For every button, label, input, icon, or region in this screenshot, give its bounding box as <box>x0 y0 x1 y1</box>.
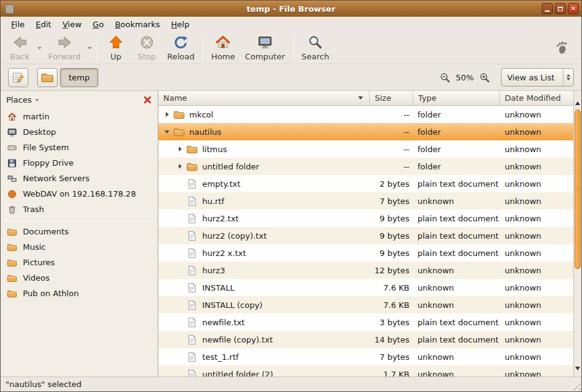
file-type: unknown <box>413 300 500 310</box>
trash-icon <box>7 205 17 215</box>
expand-arrow-icon[interactable] <box>162 112 172 117</box>
file-date-modified: unknown <box>500 335 573 344</box>
minimize-button[interactable] <box>542 3 553 14</box>
edit-location-button[interactable] <box>8 68 28 87</box>
menu-help[interactable]: Help <box>166 18 195 31</box>
sidebar-item-documents[interactable]: Documents <box>1 224 158 239</box>
file-row-install-copy[interactable]: INSTALL (copy)7.6 KBunknownunknown <box>158 296 573 313</box>
vertical-scrollbar[interactable] <box>573 91 581 377</box>
resize-grip[interactable] <box>571 381 581 391</box>
menu-view[interactable]: View <box>57 18 87 31</box>
folder-icon <box>7 289 17 299</box>
file-row-untitled-folder-2[interactable]: untitled folder (2)1.7 KBunknownunknown <box>158 365 573 377</box>
titlebar[interactable]: temp - File Browser ✕ <box>1 1 581 17</box>
forward-history-dropdown[interactable] <box>85 33 93 62</box>
forward-button[interactable]: Forward <box>43 33 85 62</box>
file-browser-window: temp - File Browser ✕ FileEditViewGoBook… <box>0 0 582 392</box>
menu-edit[interactable]: Edit <box>30 18 57 31</box>
sidebar-item-webdav-on-192-168-178-28[interactable]: WebDAV on 192.168.178.28 <box>1 186 158 202</box>
sidebar-item-label: Network Servers <box>23 174 90 183</box>
sidebar-item-pub-on-athlon[interactable]: Pub on Athlon <box>1 286 158 301</box>
column-header-type[interactable]: Type <box>413 91 500 106</box>
toolbar-separator <box>203 36 203 59</box>
edit-location-icon <box>12 71 25 84</box>
home-button[interactable]: Home <box>207 33 240 62</box>
menu-bookmarks[interactable]: Bookmarks <box>109 18 166 31</box>
file-row-litmus[interactable]: litmus--folderunknown <box>158 140 573 158</box>
back-history-dropdown[interactable] <box>35 33 43 62</box>
sidebar-item-trash[interactable]: Trash <box>1 202 158 217</box>
view-mode-selector[interactable]: View as List <box>501 68 574 87</box>
maximize-button[interactable] <box>555 3 566 14</box>
window-controls: ✕ <box>542 3 579 14</box>
file-type: folder <box>413 110 500 119</box>
back-button[interactable]: Back <box>4 33 35 62</box>
file-type: plain text document <box>413 179 500 189</box>
zoom-in-button[interactable] <box>479 72 490 83</box>
arrow-left-icon <box>12 35 28 50</box>
sidebar-close-button[interactable] <box>143 95 152 104</box>
scrollbar-thumb[interactable] <box>575 109 581 269</box>
reload-icon <box>173 35 189 50</box>
file-row-empty-txt[interactable]: empty.txt2 bytesplain text documentunkno… <box>158 175 573 192</box>
expand-arrow-icon[interactable] <box>175 147 185 151</box>
file-name-cell: untitled folder (2) <box>158 369 370 377</box>
file-row-newfile-copy-txt[interactable]: newfile (copy).txt14 bytesplain text doc… <box>158 331 573 348</box>
file-row-newfile-txt[interactable]: newfile.txt3 bytesplain text documentunk… <box>158 313 573 331</box>
up-button[interactable]: Up <box>100 33 131 62</box>
stop-button[interactable]: Stop <box>131 33 162 62</box>
sidebar-item-label: Trash <box>23 205 44 214</box>
computer-icon <box>257 35 273 50</box>
close-button[interactable]: ✕ <box>568 3 579 14</box>
file-row-test-1-rtf[interactable]: test_1.rtf7 bytesunknownunknown <box>158 348 573 365</box>
collapse-arrow-icon[interactable] <box>162 130 172 134</box>
sidebar-item-label: Documents <box>23 227 69 236</box>
file-type: plain text document <box>413 214 500 223</box>
file-row-install[interactable]: INSTALL7.6 KBunknownunknown <box>158 279 573 296</box>
file-type: folder <box>413 145 500 154</box>
file-row-hurz2-x-txt[interactable]: hurz2 x.txt9 bytesplain text documentunk… <box>158 244 573 262</box>
file-row-mkcol[interactable]: mkcol--folderunknown <box>158 106 573 123</box>
file-size: 7 bytes <box>370 197 413 206</box>
zoom-out-button[interactable] <box>440 72 450 83</box>
file-date-modified: unknown <box>500 266 573 275</box>
computer-button[interactable]: Computer <box>240 33 290 62</box>
path-current-button[interactable]: temp <box>60 68 98 87</box>
file-icon <box>186 283 198 293</box>
path-root-button[interactable] <box>37 68 58 87</box>
file-row-nautilus[interactable]: nautilus--folderunknown <box>158 123 573 140</box>
file-row-hurz2-copy-txt[interactable]: hurz2 (copy).txt9 bytesplain text docume… <box>158 227 573 244</box>
menu-go[interactable]: Go <box>87 18 109 31</box>
sidebar-item-floppy-drive[interactable]: Floppy Drive <box>1 155 158 171</box>
file-date-modified: unknown <box>500 145 573 154</box>
scroll-down-button[interactable] <box>574 365 581 372</box>
column-header-name[interactable]: Name <box>158 91 370 106</box>
file-name: INSTALL <box>202 283 234 292</box>
network-icon <box>7 174 17 184</box>
scroll-up-button[interactable] <box>574 100 581 107</box>
sidebar-item-music[interactable]: Music <box>1 239 158 255</box>
sidebar-item-martin[interactable]: martin <box>1 109 158 124</box>
reload-button[interactable]: Reload <box>162 33 199 62</box>
expand-arrow-icon[interactable] <box>175 164 185 169</box>
file-row-untitled-folder[interactable]: untitled folder--folderunknown <box>158 158 573 175</box>
sidebar-item-file-system[interactable]: File System <box>1 140 158 155</box>
computer-label: Computer <box>245 52 285 61</box>
places-selector[interactable]: Places <box>6 95 32 104</box>
file-name-cell: untitled folder <box>158 161 370 172</box>
sidebar-item-desktop[interactable]: Desktop <box>1 124 158 140</box>
sidebar-item-pictures[interactable]: Pictures <box>1 255 158 270</box>
file-name: INSTALL (copy) <box>202 300 262 310</box>
file-row-hurz3[interactable]: hurz312 bytesunknownunknown <box>158 262 573 279</box>
file-row-hurz2-txt[interactable]: hurz2.txt9 bytesplain text documentunkno… <box>158 210 573 227</box>
menu-file[interactable]: File <box>6 18 30 31</box>
file-name: hurz2.txt <box>202 214 239 223</box>
file-row-hu-rtf[interactable]: hu.rtf7 bytesunknownunknown <box>158 192 573 210</box>
places-dropdown-icon[interactable] <box>35 99 39 101</box>
file-icon <box>186 231 198 241</box>
sidebar-item-network-servers[interactable]: Network Servers <box>1 171 158 186</box>
column-header-size[interactable]: Size <box>370 91 413 106</box>
column-header-date-modified[interactable]: Date Modified <box>500 91 573 106</box>
sidebar-item-videos[interactable]: Videos <box>1 270 158 286</box>
search-button[interactable]: Search <box>297 33 335 62</box>
